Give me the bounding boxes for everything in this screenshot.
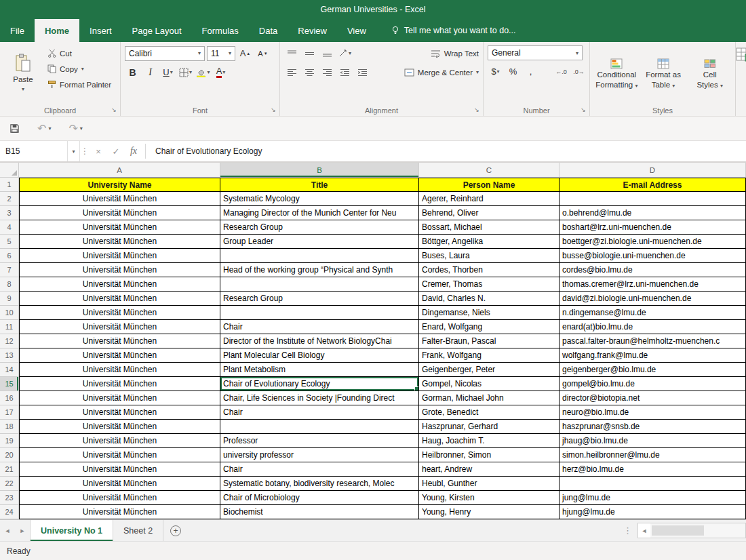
cell-A5[interactable]: Universität München xyxy=(19,235,220,249)
cell-A3[interactable]: Universität München xyxy=(19,206,220,220)
row-header-15[interactable]: 15 xyxy=(0,377,19,391)
conditional-formatting-button[interactable]: Conditional Formatting ▾ xyxy=(594,45,640,102)
number-dialog-launcher-icon[interactable]: ↘ xyxy=(579,106,587,114)
cell-D1[interactable]: E-mail Address xyxy=(560,178,746,192)
cell-D12[interactable]: pascal.falter-braun@helmholtz-muenchen.c xyxy=(560,334,746,348)
number-format-select[interactable]: General ▾ xyxy=(488,45,583,60)
column-header-d[interactable]: D xyxy=(560,163,746,178)
fill-color-button[interactable]: ▾ xyxy=(195,64,211,80)
cell-B6[interactable] xyxy=(220,249,419,263)
cell-C22[interactable]: Heubl, Gunther xyxy=(419,477,560,491)
row-header-10[interactable]: 10 xyxy=(0,306,19,320)
cell-C19[interactable]: Haug, Joachim T. xyxy=(419,434,560,448)
sheet-tab-sheet-2[interactable]: Sheet 2 xyxy=(113,520,163,541)
row-header-24[interactable]: 24 xyxy=(0,505,19,519)
cell-B2[interactable]: Systematic Mycology xyxy=(220,192,419,206)
cell-C9[interactable]: David, Charles N. xyxy=(419,292,560,306)
row-header-9[interactable]: 9 xyxy=(0,292,19,306)
paste-button[interactable]: Paste ▾ xyxy=(4,45,42,100)
row-header-3[interactable]: 3 xyxy=(0,206,19,220)
bold-button[interactable]: B xyxy=(125,64,140,80)
cell-D16[interactable]: director@biotopia.net xyxy=(560,391,746,405)
cell-A11[interactable]: Universität München xyxy=(19,320,220,334)
row-header-7[interactable]: 7 xyxy=(0,263,19,277)
tab-data[interactable]: Data xyxy=(249,19,288,42)
row-header-21[interactable]: 21 xyxy=(0,462,19,477)
row-header-18[interactable]: 18 xyxy=(0,420,19,434)
cell-C12[interactable]: Falter-Braun, Pascal xyxy=(419,334,560,348)
cell-B21[interactable]: Chair xyxy=(220,462,419,477)
cell-D13[interactable]: wolfgang.frank@lmu.de xyxy=(560,348,746,363)
row-header-14[interactable]: 14 xyxy=(0,363,19,377)
cell-B9[interactable]: Research Group xyxy=(220,292,419,306)
font-color-button[interactable]: A ▾ xyxy=(213,64,229,80)
enter-button[interactable]: ✓ xyxy=(107,141,125,161)
new-sheet-button[interactable]: + xyxy=(170,525,181,536)
cell-A8[interactable]: Universität München xyxy=(19,277,220,292)
cell-B14[interactable]: Plant Metabolism xyxy=(220,363,419,377)
cell-C11[interactable]: Enard, Wolfgang xyxy=(419,320,560,334)
row-header-11[interactable]: 11 xyxy=(0,320,19,334)
cell-D4[interactable]: boshart@lrz.uni-muenchen.de xyxy=(560,220,746,235)
cell-A20[interactable]: Universität München xyxy=(19,448,220,462)
undo-button[interactable]: ↶▾ xyxy=(37,122,51,135)
cell-B19[interactable]: Professor xyxy=(220,434,419,448)
cell-A17[interactable]: Universität München xyxy=(19,405,220,420)
column-header-c[interactable]: C xyxy=(419,163,560,178)
cell-D8[interactable]: thomas.cremer@lrz.uni-muenchen.de xyxy=(560,277,746,292)
copy-caret-icon[interactable]: ▾ xyxy=(81,66,84,72)
decrease-decimal-button[interactable]: .0→ xyxy=(571,64,587,79)
cell-D2[interactable] xyxy=(560,192,746,206)
scrollbar-thumb[interactable] xyxy=(652,525,704,536)
cell-A7[interactable]: Universität München xyxy=(19,263,220,277)
cell-A18[interactable]: Universität München xyxy=(19,420,220,434)
row-header-20[interactable]: 20 xyxy=(0,448,19,462)
cell-C20[interactable]: Heilbronner, Simon xyxy=(419,448,560,462)
sheet-tab-university-no-1[interactable]: University No 1 xyxy=(30,520,113,541)
cell-A1[interactable]: University Name xyxy=(19,178,220,192)
merge-center-button[interactable]: Merge & Center ▾ xyxy=(403,64,480,80)
comma-style-button[interactable]: , xyxy=(523,64,538,79)
cell-B1[interactable]: Title xyxy=(220,178,419,192)
row-header-13[interactable]: 13 xyxy=(0,348,19,363)
decrease-font-button[interactable]: A▼ xyxy=(255,45,271,61)
tab-page-layout[interactable]: Page Layout xyxy=(122,19,192,42)
cell-D23[interactable]: jung@lmu.de xyxy=(560,491,746,505)
cell-styles-button[interactable]: Cell Styles ▾ xyxy=(687,45,732,102)
copy-button[interactable]: Copy ▾ xyxy=(46,61,113,77)
cell-B17[interactable]: Chair xyxy=(220,405,419,420)
cell-B20[interactable]: university professor xyxy=(220,448,419,462)
font-name-select[interactable]: Calibri ▾ xyxy=(125,46,205,61)
row-header-1[interactable]: 1 xyxy=(0,178,19,192)
accounting-format-button[interactable]: $▾ xyxy=(488,64,503,79)
cell-C8[interactable]: Cremer, Thomas xyxy=(419,277,560,292)
cell-D21[interactable]: herz@bio.lmu.de xyxy=(560,462,746,477)
cell-B24[interactable]: Biochemist xyxy=(220,505,419,519)
cell-C2[interactable]: Agerer, Reinhard xyxy=(419,192,560,206)
cell-D15[interactable]: gompel@bio.lmu.de xyxy=(560,377,746,391)
cell-D14[interactable]: geigenberger@bio.lmu.de xyxy=(560,363,746,377)
select-all-corner[interactable] xyxy=(0,163,19,178)
align-top-button[interactable] xyxy=(284,45,300,61)
column-header-a[interactable]: A xyxy=(19,163,220,178)
cell-C23[interactable]: Young, Kirsten xyxy=(419,491,560,505)
cell-A4[interactable]: Universität München xyxy=(19,220,220,235)
format-as-table-button[interactable]: Format as Table ▾ xyxy=(641,45,686,102)
row-header-22[interactable]: 22 xyxy=(0,477,19,491)
cell-D22[interactable] xyxy=(560,477,746,491)
paste-caret-icon[interactable]: ▾ xyxy=(22,86,24,92)
cell-A23[interactable]: Universität München xyxy=(19,491,220,505)
tab-file[interactable]: File xyxy=(0,19,35,42)
cell-D18[interactable]: haszprunar@snsb.de xyxy=(560,420,746,434)
cell-D6[interactable]: busse@biologie.uni-muenchen.de xyxy=(560,249,746,263)
tell-me-box[interactable]: Tell me what you want to do... xyxy=(391,19,516,42)
cell-B22[interactable]: Systematic botany, biodiversity research… xyxy=(220,477,419,491)
cell-C13[interactable]: Frank, Wolfgang xyxy=(419,348,560,363)
cell-B3[interactable]: Managing Director of the Munich Center f… xyxy=(220,206,419,220)
cell-D3[interactable]: o.behrend@lmu.de xyxy=(560,206,746,220)
cell-C3[interactable]: Behrend, Oliver xyxy=(419,206,560,220)
cell-D17[interactable]: neuro@bio.lmu.de xyxy=(560,405,746,420)
scroll-left-icon[interactable]: ◄ xyxy=(638,527,650,534)
cell-D20[interactable]: simon.heilbronner@lmu.de xyxy=(560,448,746,462)
cell-D7[interactable]: cordes@bio.lmu.de xyxy=(560,263,746,277)
